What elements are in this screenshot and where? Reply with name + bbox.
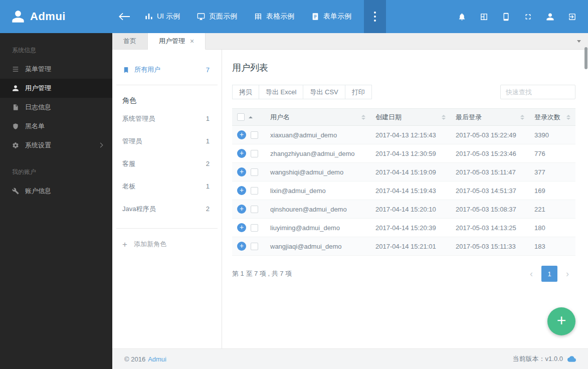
role-item[interactable]: Java程序员 2	[112, 198, 222, 220]
logout-button[interactable]	[561, 0, 583, 33]
users-table: 用户名 创建日期 最后登录 登录次数 xia	[232, 108, 575, 256]
tab-home[interactable]: 首页	[112, 33, 148, 50]
cell-username: wangjiaqi@admui_demo	[265, 237, 370, 256]
row-checkbox[interactable]	[251, 243, 258, 250]
table-header-row: 用户名 创建日期 最后登录 登录次数	[232, 109, 575, 126]
sort-icons	[520, 115, 524, 120]
expand-row-button[interactable]	[237, 242, 246, 251]
column-label: 登录次数	[534, 113, 560, 122]
brand-logo[interactable]: Admui	[0, 10, 112, 24]
page-title: 用户列表	[232, 62, 575, 74]
menu-item-table-demo[interactable]: 表格示例	[246, 0, 303, 33]
more-menu-button[interactable]	[364, 0, 386, 33]
cloud-icon[interactable]	[567, 355, 576, 362]
user-icon	[546, 13, 554, 21]
notifications-button[interactable]	[451, 0, 473, 33]
sidebar-item-log-info[interactable]: 日志信息	[0, 98, 112, 117]
chevron-down-icon[interactable]	[577, 40, 581, 43]
cell-login-count: 776	[529, 144, 575, 163]
pagination-info: 第 1 至 7 项 , 共 7 项	[232, 269, 292, 278]
page-number-button[interactable]: 1	[541, 266, 557, 282]
expand-row-button[interactable]	[237, 149, 246, 158]
navbar-actions	[451, 0, 588, 33]
column-header-select[interactable]	[232, 109, 265, 126]
cell-created: 2017-04-13 12:30:59	[370, 144, 451, 163]
all-users-filter[interactable]: 所有用户 7	[112, 63, 222, 77]
print-button[interactable]: 打印	[345, 85, 372, 99]
copy-button[interactable]: 拷贝	[232, 85, 259, 99]
sidebar-item-label: 菜单管理	[25, 65, 51, 74]
column-header-username[interactable]: 用户名	[265, 109, 370, 126]
row-checkbox[interactable]	[251, 206, 258, 213]
table-footer: 第 1 至 7 项 , 共 7 项 1	[232, 266, 575, 282]
cell-created: 2017-04-14 15:20:10	[370, 200, 451, 219]
mobile-phone-icon	[502, 13, 510, 21]
add-user-fab-button[interactable]	[547, 307, 575, 335]
bookmark-icon	[122, 66, 130, 74]
footer-brand-link[interactable]: Admui	[148, 355, 166, 363]
expand-row-button[interactable]	[237, 205, 246, 214]
expand-row-button[interactable]	[237, 223, 246, 232]
column-header-last-login[interactable]: 最后登录	[451, 109, 529, 126]
column-label: 创建日期	[375, 113, 402, 122]
widgets-button[interactable]	[473, 0, 495, 33]
column-header-created[interactable]: 创建日期	[370, 109, 451, 126]
sidebar-item-system-settings[interactable]: 系统设置	[0, 136, 112, 155]
cell-created: 2017-04-14 15:21:01	[370, 237, 451, 256]
expand-row-button[interactable]	[237, 130, 246, 139]
scrollbar[interactable]	[584, 47, 587, 69]
expand-row-button[interactable]	[237, 167, 246, 176]
monitor-icon	[197, 13, 205, 21]
cell-created: 2017-04-14 15:20:39	[370, 219, 451, 237]
row-checkbox[interactable]	[251, 150, 258, 157]
account-button[interactable]	[539, 0, 561, 33]
role-name: 管理员	[122, 137, 142, 146]
expand-row-button[interactable]	[237, 186, 246, 195]
add-role-button[interactable]: 添加新角色	[112, 237, 222, 249]
sidebar-item-menu-management[interactable]: 菜单管理	[0, 60, 112, 79]
mobile-view-button[interactable]	[495, 0, 517, 33]
sort-asc-icon	[249, 116, 253, 118]
cell-created: 2017-04-13 12:15:43	[370, 126, 451, 144]
sidebar-toggle-button[interactable]	[112, 0, 136, 33]
cell-username: wangshiqi@admui_demo	[265, 163, 370, 181]
next-page-button[interactable]	[559, 266, 575, 282]
export-excel-button[interactable]: 导出 Excel	[259, 85, 303, 99]
sidebar-item-blacklist[interactable]: 黑名单	[0, 117, 112, 136]
role-item[interactable]: 客服 2	[112, 152, 222, 175]
row-checkbox[interactable]	[251, 187, 258, 195]
user-icon	[12, 85, 19, 92]
column-header-login-count[interactable]: 登录次数	[529, 109, 575, 126]
previous-page-button[interactable]	[523, 266, 539, 282]
all-users-label: 所有用户	[134, 65, 160, 74]
role-name: 系统管理员	[122, 114, 155, 123]
role-item[interactable]: 老板 1	[112, 175, 222, 198]
sidebar-item-user-management[interactable]: 用户管理	[0, 79, 112, 98]
copyright-text: © 2016	[124, 355, 145, 363]
role-item[interactable]: 系统管理员 1	[112, 107, 222, 130]
user-logo-icon	[11, 10, 25, 24]
row-checkbox[interactable]	[251, 168, 258, 176]
user-groups-panel: 所有用户 7 角色 系统管理员 1 管理员 1 客服 2 老板 1 Java程序…	[112, 50, 222, 348]
role-item[interactable]: 管理员 1	[112, 130, 222, 152]
row-checkbox[interactable]	[251, 131, 258, 139]
footer-version: 当前版本：v1.0.0	[513, 354, 576, 363]
sidebar-item-account-info[interactable]: 账户信息	[0, 181, 112, 201]
table-icon	[254, 13, 262, 21]
table-row: wangshiqi@admui_demo 2017-04-14 15:19:09…	[232, 163, 575, 181]
menu-item-label: 表单示例	[323, 12, 351, 21]
table-row: xiaxuan@admui_demo 2017-04-13 12:15:43 2…	[232, 126, 575, 144]
main-menu: UI 示例 页面示例 表格示例 表单示例	[136, 0, 360, 33]
menu-item-form-demo[interactable]: 表单示例	[303, 0, 360, 33]
cell-login-count: 3390	[529, 126, 575, 144]
tab-close-icon[interactable]	[190, 38, 194, 45]
menu-item-ui-demo[interactable]: UI 示例	[136, 0, 188, 33]
table-row: qinshouren@admui_demo 2017-04-14 15:20:1…	[232, 200, 575, 219]
menu-item-page-demo[interactable]: 页面示例	[188, 0, 246, 33]
row-checkbox[interactable]	[251, 224, 258, 232]
fullscreen-button[interactable]	[517, 0, 539, 33]
tab-user-management[interactable]: 用户管理	[148, 33, 206, 50]
search-input[interactable]	[500, 85, 575, 99]
select-all-checkbox[interactable]	[237, 113, 245, 121]
export-csv-button[interactable]: 导出 CSV	[303, 85, 345, 99]
